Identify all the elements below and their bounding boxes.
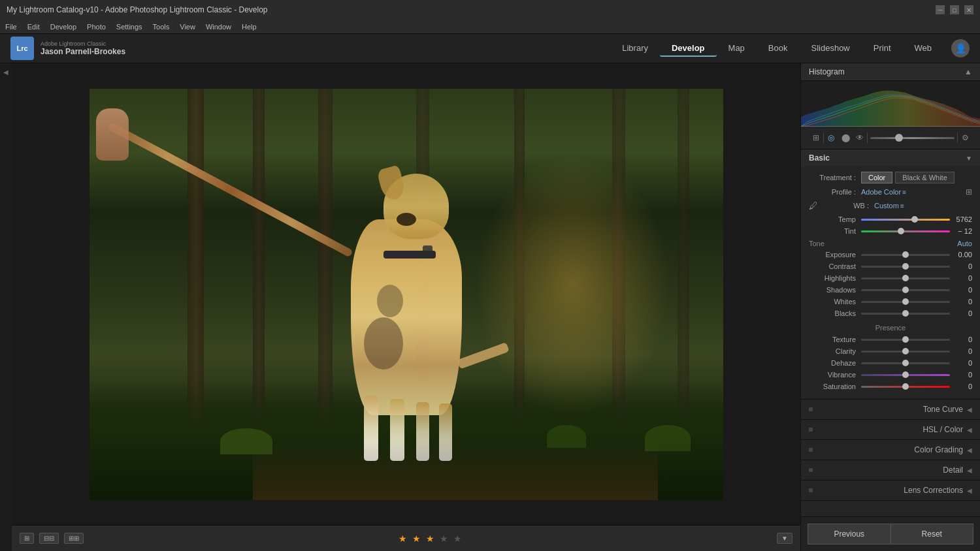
- vibrance-label: Vibrance: [809, 371, 861, 379]
- star-4[interactable]: ★: [440, 533, 448, 544]
- whites-thumb[interactable]: [902, 298, 909, 305]
- profile-value[interactable]: Adobe Color: [861, 188, 901, 196]
- histogram-collapse-button[interactable]: ▲: [964, 67, 972, 76]
- menu-file[interactable]: File: [5, 23, 17, 31]
- highlights-label: Highlights: [809, 274, 861, 282]
- temp-thumb[interactable]: [911, 216, 918, 223]
- tone-auto-button[interactable]: Auto: [957, 240, 972, 247]
- texture-thumb[interactable]: [902, 336, 909, 343]
- color-grading-panel[interactable]: Color Grading ◀: [801, 440, 980, 460]
- nav-library[interactable]: Library: [610, 40, 660, 57]
- maximize-button[interactable]: □: [950, 5, 959, 14]
- detail-panel[interactable]: Detail ◀: [801, 460, 980, 480]
- wb-value[interactable]: Custom: [874, 202, 899, 210]
- contrast-label: Contrast: [809, 262, 861, 270]
- saturation-slider-area[interactable]: [861, 382, 950, 391]
- close-button[interactable]: ✕: [964, 5, 973, 14]
- star-5[interactable]: ★: [453, 533, 462, 544]
- redeye-tool-icon[interactable]: 👁: [853, 131, 867, 145]
- minimize-button[interactable]: ─: [936, 5, 945, 14]
- menu-photo[interactable]: Photo: [87, 23, 106, 31]
- highlights-thumb[interactable]: [902, 275, 909, 281]
- blacks-track: [861, 313, 950, 315]
- color-grading-label: Color Grading: [914, 445, 963, 454]
- left-panel-arrow[interactable]: ◀: [3, 69, 8, 76]
- reset-button[interactable]: Reset: [890, 524, 974, 544]
- lens-corrections-panel[interactable]: Lens Corrections ◀: [801, 480, 980, 501]
- nav-develop[interactable]: Develop: [660, 40, 717, 57]
- spot-tool-icon[interactable]: ⬤: [838, 131, 853, 145]
- shadows-slider-area[interactable]: [861, 285, 950, 294]
- blacks-slider-area[interactable]: [861, 309, 950, 318]
- app-name-top: Adobe Lightroom Classic: [41, 40, 125, 47]
- nav-web[interactable]: Web: [903, 40, 944, 57]
- nav-book[interactable]: Book: [757, 40, 800, 57]
- menu-edit[interactable]: Edit: [27, 23, 40, 31]
- menu-settings[interactable]: Settings: [116, 23, 142, 31]
- blacks-thumb[interactable]: [902, 310, 909, 317]
- contrast-slider-area[interactable]: [861, 262, 950, 271]
- eyedropper-icon[interactable]: 🖊: [809, 200, 818, 211]
- menu-help[interactable]: Help: [242, 23, 257, 31]
- nav-slideshow[interactable]: Slideshow: [800, 40, 862, 57]
- clarity-slider-area[interactable]: [861, 347, 950, 356]
- settings-tool-icon[interactable]: ⚙: [958, 131, 972, 145]
- app-title: My Lightroom Catalog-v10 - Adobe Photosh…: [7, 5, 268, 14]
- color-grading-indicator: [809, 448, 813, 452]
- view-mode-button[interactable]: ⊞: [20, 533, 34, 544]
- wb-arrow[interactable]: ≡: [900, 202, 904, 210]
- vibrance-row: Vibrance 0: [809, 370, 972, 379]
- dehaze-slider-area[interactable]: [861, 358, 950, 368]
- compare-button[interactable]: ⊟⊟: [39, 533, 59, 544]
- shadows-thumb[interactable]: [902, 287, 909, 293]
- star-3[interactable]: ★: [426, 533, 434, 544]
- whites-slider-area[interactable]: [861, 297, 950, 306]
- star-2[interactable]: ★: [412, 533, 421, 544]
- grid-tool-icon[interactable]: ⊞: [809, 131, 823, 145]
- exposure-thumb[interactable]: [902, 251, 909, 258]
- nav-print[interactable]: Print: [862, 40, 903, 57]
- tint-thumb[interactable]: [898, 228, 904, 234]
- exposure-slider-area[interactable]: [861, 250, 950, 259]
- zoom-out-button[interactable]: ▼: [777, 533, 792, 544]
- texture-slider-area[interactable]: [861, 335, 950, 344]
- vibrance-slider-area[interactable]: [861, 370, 950, 379]
- photo-canvas: [90, 89, 723, 500]
- menu-develop[interactable]: Develop: [50, 23, 76, 31]
- window-controls[interactable]: ─ □ ✕: [936, 5, 973, 14]
- menu-tools[interactable]: Tools: [153, 23, 170, 31]
- temp-slider-area[interactable]: [861, 215, 950, 224]
- profile-grid-button[interactable]: ⊞: [966, 187, 972, 197]
- tint-track: [861, 230, 950, 232]
- vibrance-thumb[interactable]: [902, 371, 909, 378]
- user-avatar[interactable]: 👤: [951, 39, 970, 57]
- dehaze-thumb[interactable]: [902, 360, 909, 366]
- highlights-track: [861, 277, 950, 279]
- star-1[interactable]: ★: [399, 533, 407, 544]
- saturation-thumb[interactable]: [902, 383, 909, 390]
- treatment-bw-button[interactable]: Black & White: [895, 172, 954, 183]
- hsl-panel[interactable]: HSL / Color ◀: [801, 420, 980, 440]
- contrast-thumb[interactable]: [902, 263, 909, 270]
- clarity-thumb[interactable]: [902, 348, 909, 354]
- nav-map[interactable]: Map: [717, 40, 757, 57]
- tone-curve-label: Tone Curve: [923, 405, 963, 414]
- highlights-slider-area[interactable]: [861, 274, 950, 283]
- basic-panel-header[interactable]: Basic ▼: [801, 150, 980, 166]
- hsl-label: HSL / Color: [923, 425, 963, 434]
- blacks-value: 0: [953, 309, 972, 317]
- tint-slider-area[interactable]: [861, 227, 950, 236]
- survey-button[interactable]: ⊞⊞: [64, 533, 84, 544]
- treatment-color-button[interactable]: Color: [861, 172, 892, 183]
- clarity-track: [861, 351, 950, 353]
- menu-view[interactable]: View: [180, 23, 195, 31]
- profile-arrow[interactable]: ≡: [902, 189, 906, 196]
- previous-button[interactable]: Previous: [808, 524, 890, 544]
- menu-window[interactable]: Window: [206, 23, 231, 31]
- tone-curve-panel[interactable]: Tone Curve ◀: [801, 400, 980, 420]
- tone-curve-arrow: ◀: [967, 406, 972, 413]
- detail-arrow: ◀: [967, 467, 972, 474]
- tint-value: − 12: [953, 227, 972, 235]
- app-name: Adobe Lightroom Classic Jason Parnell-Br…: [41, 40, 125, 56]
- crop-tool-icon[interactable]: ◎: [824, 131, 838, 145]
